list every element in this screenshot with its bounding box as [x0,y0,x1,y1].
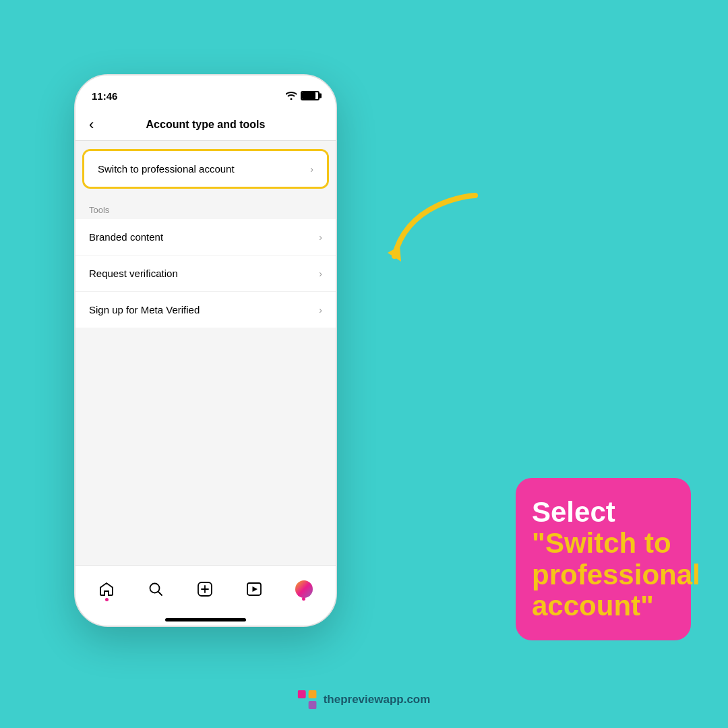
phone-mockup: 11:46 ‹ Account type and tools [74,74,337,627]
svg-rect-10 [298,701,306,709]
branded-content-label: Branded content [89,231,163,243]
footer: thepreviewapp.com [298,690,431,709]
screen-content: Switch to professional account › Tools B… [75,149,336,328]
meta-verified-item[interactable]: Sign up for Meta Verified › [75,292,336,328]
profile-dot [302,597,305,601]
switch-professional-item[interactable]: Switch to professional account › [84,151,327,187]
brand-url: thepreviewapp.com [324,693,431,706]
callout-line4: account" [532,590,654,621]
callout-line3: professional [532,559,700,590]
branded-content-chevron: › [319,232,322,243]
home-indicator [165,618,246,621]
profile-avatar [295,580,313,598]
home-icon [98,581,115,597]
reels-icon [246,581,262,597]
status-icons [286,91,320,100]
nav-profile[interactable] [295,580,313,598]
screen-title: Account type and tools [146,119,266,131]
arrow-svg [381,182,489,276]
svg-rect-11 [309,701,317,709]
nav-add[interactable] [197,581,213,597]
switch-professional-label: Switch to professional account [98,163,235,175]
switch-professional-chevron: › [310,164,313,175]
meta-verified-chevron: › [319,305,322,315]
request-verification-item[interactable]: Request verification › [75,255,336,292]
navigation-bar: ‹ Account type and tools [75,109,336,141]
callout-line2: "Switch to [532,527,671,559]
svg-rect-8 [298,690,306,698]
arrow-annotation [381,182,489,276]
wifi-icon [286,92,297,100]
meta-verified-label: Sign up for Meta Verified [89,304,200,315]
bottom-navigation [75,565,336,626]
back-button[interactable]: ‹ [89,116,94,133]
battery-icon [301,91,320,100]
switch-professional-section: Switch to professional account › [82,149,329,189]
add-icon [197,581,213,597]
callout-line1: Select [532,496,615,528]
nav-home[interactable] [98,581,115,597]
nav-search[interactable] [148,581,164,597]
svg-marker-6 [252,586,257,592]
request-verification-chevron: › [319,268,322,279]
callout-box: Select "Switch to professional account" [516,478,691,640]
tools-section-label: Tools [75,197,336,219]
tools-section: Tools Branded content › Request verifica… [75,197,336,328]
status-bar: 11:46 [75,75,336,109]
brand-logo-icon [298,690,317,709]
svg-line-1 [158,592,162,595]
home-dot [105,598,109,601]
phone-screen: ‹ Account type and tools Switch to profe… [75,109,336,626]
branded-content-item[interactable]: Branded content › [75,219,336,255]
svg-rect-9 [309,690,317,698]
callout-text: Select "Switch to professional account" [532,497,675,621]
status-time: 11:46 [92,90,117,102]
search-icon [148,581,164,597]
nav-reels[interactable] [246,581,262,597]
page-container: 11:46 ‹ Account type and tools [0,0,728,728]
tools-items-list: Branded content › Request verification ›… [75,219,336,328]
request-verification-label: Request verification [89,268,178,279]
